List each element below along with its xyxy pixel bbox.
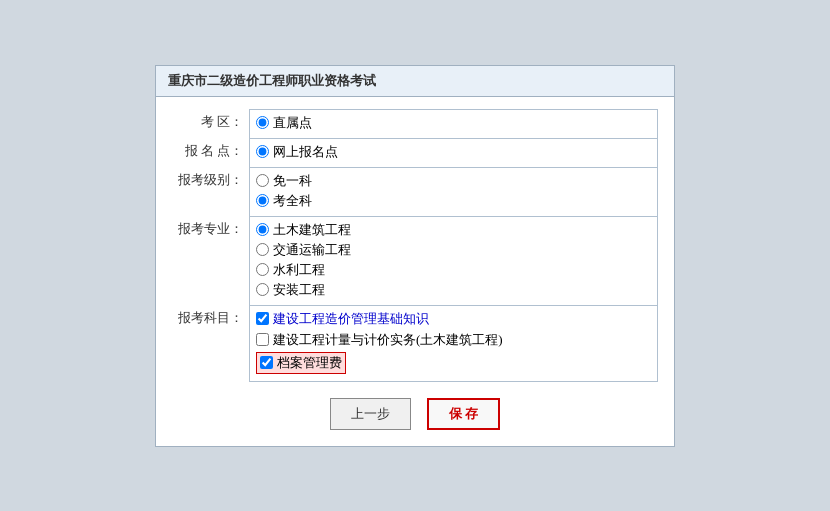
ji-bie-option-2: 考全科 (256, 192, 651, 210)
ji-bie-radio-1[interactable] (256, 174, 269, 187)
zhuan-ye-radio-2[interactable] (256, 243, 269, 256)
kao-qu-option-1: 直属点 (256, 114, 651, 132)
zhuan-ye-label-3: 水利工程 (273, 261, 325, 279)
bao-kao-ji-bie-label: 报考级别： (172, 167, 250, 216)
main-dialog: 重庆市二级造价工程师职业资格考试 考 区： 直属点 报 名 点： (155, 65, 675, 447)
bao-ming-dian-label-1: 网上报名点 (273, 143, 338, 161)
zhuan-ye-label-4: 安装工程 (273, 281, 325, 299)
ke-mu-label-1: 建设工程造价管理基础知识 (273, 310, 429, 328)
dialog-title: 重庆市二级造价工程师职业资格考试 (156, 66, 674, 97)
save-button[interactable]: 保 存 (427, 398, 500, 430)
kao-qu-radio-1[interactable] (256, 116, 269, 129)
ji-bie-label-1: 免一科 (273, 172, 312, 190)
zhuan-ye-option-2: 交通运输工程 (256, 241, 651, 259)
bao-kao-ji-bie-field: 免一科 考全科 (250, 167, 658, 216)
zhuan-ye-label-1: 土木建筑工程 (273, 221, 351, 239)
bao-kao-zhuan-ye-field: 土木建筑工程 交通运输工程 水利工程 安装工程 (250, 216, 658, 305)
ke-mu-option-3: 档案管理费 (256, 352, 346, 374)
zhuan-ye-radio-4[interactable] (256, 283, 269, 296)
ke-mu-checkbox-3[interactable] (260, 356, 273, 369)
bao-kao-ke-mu-label: 报考科目： (172, 305, 250, 381)
bao-kao-zhuan-ye-label: 报考专业： (172, 216, 250, 305)
zhuan-ye-option-4: 安装工程 (256, 281, 651, 299)
ke-mu-label-3: 档案管理费 (277, 354, 342, 372)
zhuan-ye-radio-1[interactable] (256, 223, 269, 236)
ke-mu-label-2: 建设工程计量与计价实务(土木建筑工程) (273, 331, 503, 349)
ke-mu-option-1: 建设工程造价管理基础知识 (256, 310, 651, 328)
zhuan-ye-radio-3[interactable] (256, 263, 269, 276)
ji-bie-option-1: 免一科 (256, 172, 651, 190)
bao-ming-dian-radio-1[interactable] (256, 145, 269, 158)
ke-mu-checkbox-1[interactable] (256, 312, 269, 325)
kao-qu-field: 直属点 (250, 109, 658, 138)
button-row: 上一步 保 存 (172, 398, 658, 430)
prev-button[interactable]: 上一步 (330, 398, 411, 430)
form-table: 考 区： 直属点 报 名 点： 网上报名点 (172, 109, 658, 382)
dialog-body: 考 区： 直属点 报 名 点： 网上报名点 (156, 97, 674, 446)
ji-bie-radio-2[interactable] (256, 194, 269, 207)
bao-ming-dian-option-1: 网上报名点 (256, 143, 651, 161)
bao-kao-zhuan-ye-row: 报考专业： 土木建筑工程 交通运输工程 水利工程 (172, 216, 658, 305)
bao-kao-ke-mu-field: 建设工程造价管理基础知识 建设工程计量与计价实务(土木建筑工程) 档案管理费 (250, 305, 658, 381)
kao-qu-label: 考 区： (172, 109, 250, 138)
ji-bie-label-2: 考全科 (273, 192, 312, 210)
kao-qu-label-1: 直属点 (273, 114, 312, 132)
kao-qu-row: 考 区： 直属点 (172, 109, 658, 138)
bao-ming-dian-row: 报 名 点： 网上报名点 (172, 138, 658, 167)
ke-mu-option-2: 建设工程计量与计价实务(土木建筑工程) (256, 331, 651, 349)
bao-ming-dian-field: 网上报名点 (250, 138, 658, 167)
zhuan-ye-option-1: 土木建筑工程 (256, 221, 651, 239)
bao-kao-ke-mu-row: 报考科目： 建设工程造价管理基础知识 建设工程计量与计价实务(土木建筑工程) (172, 305, 658, 381)
zhuan-ye-option-3: 水利工程 (256, 261, 651, 279)
bao-kao-ji-bie-row: 报考级别： 免一科 考全科 (172, 167, 658, 216)
zhuan-ye-label-2: 交通运输工程 (273, 241, 351, 259)
ke-mu-checkbox-2[interactable] (256, 333, 269, 346)
bao-ming-dian-label: 报 名 点： (172, 138, 250, 167)
